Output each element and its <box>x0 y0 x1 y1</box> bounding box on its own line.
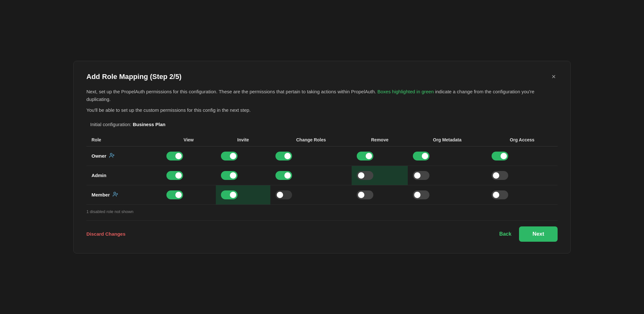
toggle-switch[interactable] <box>275 171 292 180</box>
toggle-thumb <box>230 192 236 198</box>
col-change-roles: Change Roles <box>270 133 352 146</box>
back-button[interactable]: Back <box>499 231 511 237</box>
toggle-thumb <box>284 172 291 179</box>
toggle-cell-admin-4 <box>408 166 487 185</box>
footer: Discard Changes Back Next <box>86 220 558 242</box>
col-remove: Remove <box>352 133 408 146</box>
close-button[interactable]: × <box>550 73 558 81</box>
toggle-thumb <box>175 172 182 179</box>
toggle-switch[interactable] <box>492 190 508 199</box>
toggle-thumb <box>230 153 236 159</box>
toggle-thumb <box>501 153 507 159</box>
toggle-thumb <box>366 153 372 159</box>
toggle-cell-member-4 <box>408 185 487 204</box>
description-green: Boxes highlighted in green <box>377 89 434 94</box>
toggle-switch[interactable] <box>221 171 238 180</box>
toggle-thumb <box>358 192 364 198</box>
col-role: Role <box>86 133 161 146</box>
table-row: Owner <box>86 146 558 166</box>
role-cell-admin: Admin <box>86 166 161 185</box>
role-label: Admin <box>91 173 106 178</box>
toggle-cell-owner-0 <box>161 146 216 166</box>
toggle-cell-member-2 <box>270 185 352 204</box>
toggle-cell-admin-3 <box>352 166 408 185</box>
toggle-switch[interactable] <box>357 171 373 180</box>
toggle-switch[interactable] <box>166 171 183 180</box>
footer-right: Back Next <box>499 226 558 242</box>
role-label: Member <box>91 192 110 197</box>
role-cell-owner: Owner <box>86 146 161 166</box>
toggle-switch[interactable] <box>413 190 429 199</box>
toggle-switch[interactable] <box>492 171 508 180</box>
toggle-switch[interactable] <box>166 152 183 161</box>
initial-config: Initial configuration: Business Plan <box>90 122 558 127</box>
toggle-cell-owner-4 <box>408 146 487 166</box>
toggle-cell-owner-5 <box>487 146 558 166</box>
description: Next, set up the PropelAuth permissions … <box>86 88 558 103</box>
col-org-access: Org Access <box>487 133 558 146</box>
table-header-row: Role View Invite Change Roles Remove Org… <box>86 133 558 146</box>
toggle-switch[interactable] <box>492 152 508 161</box>
toggle-thumb <box>230 172 236 179</box>
toggle-cell-admin-2 <box>270 166 352 185</box>
table-row: Admin <box>86 166 558 185</box>
dialog: Add Role Mapping (Step 2/5) × Next, set … <box>73 61 571 253</box>
toggle-thumb <box>175 153 182 159</box>
toggle-thumb <box>358 172 364 179</box>
svg-point-0 <box>110 153 112 155</box>
toggle-thumb <box>175 192 182 198</box>
role-name-admin: Admin <box>91 173 156 178</box>
col-invite: Invite <box>216 133 270 146</box>
svg-point-3 <box>113 192 115 194</box>
toggle-cell-owner-2 <box>270 146 352 166</box>
discard-button[interactable]: Discard Changes <box>86 231 126 237</box>
toggle-switch[interactable] <box>166 190 183 199</box>
initial-config-value: Business Plan <box>133 122 165 127</box>
toggle-switch[interactable] <box>221 190 238 199</box>
toggle-thumb <box>493 192 499 198</box>
disabled-note: 1 disabled role not shown <box>86 209 558 214</box>
col-org-metadata: Org Metadata <box>408 133 487 146</box>
sub-description: You'll be able to set up the custom perm… <box>86 106 558 114</box>
toggle-cell-admin-5 <box>487 166 558 185</box>
role-name-owner: Owner <box>91 153 156 160</box>
role-name-member: Member <box>91 191 156 198</box>
toggle-thumb <box>493 172 499 179</box>
toggle-cell-admin-1 <box>216 166 270 185</box>
toggle-cell-member-3 <box>352 185 408 204</box>
toggle-switch[interactable] <box>275 190 292 199</box>
toggle-cell-member-1 <box>216 185 270 204</box>
toggle-thumb <box>414 172 421 179</box>
col-view: View <box>161 133 216 146</box>
toggle-switch[interactable] <box>413 152 429 161</box>
toggle-thumb <box>284 153 291 159</box>
next-button[interactable]: Next <box>519 226 558 242</box>
toggle-switch[interactable] <box>357 190 373 199</box>
permissions-table: Role View Invite Change Roles Remove Org… <box>86 133 558 205</box>
person-add-icon <box>113 191 118 198</box>
toggle-thumb <box>422 153 428 159</box>
role-cell-member: Member <box>86 185 161 204</box>
toggle-cell-owner-1 <box>216 146 270 166</box>
initial-config-label: Initial configuration: <box>90 122 133 127</box>
toggle-switch[interactable] <box>357 152 373 161</box>
toggle-cell-member-0 <box>161 185 216 204</box>
toggle-cell-owner-3 <box>352 146 408 166</box>
table-row: Member <box>86 185 558 204</box>
dialog-header: Add Role Mapping (Step 2/5) × <box>86 73 558 81</box>
toggle-switch[interactable] <box>413 171 429 180</box>
toggle-switch[interactable] <box>221 152 238 161</box>
person-add-icon <box>109 153 115 160</box>
toggle-thumb <box>414 192 421 198</box>
toggle-cell-member-5 <box>487 185 558 204</box>
toggle-switch[interactable] <box>275 152 292 161</box>
toggle-thumb <box>277 192 283 198</box>
description-prefix: Next, set up the PropelAuth permissions … <box>86 89 377 94</box>
dialog-title: Add Role Mapping (Step 2/5) <box>86 73 181 81</box>
toggle-cell-admin-0 <box>161 166 216 185</box>
role-label: Owner <box>91 153 106 159</box>
